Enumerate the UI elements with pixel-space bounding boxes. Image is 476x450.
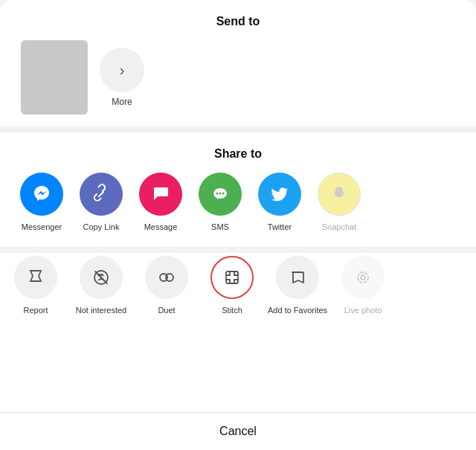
snapchat-circle (318, 173, 361, 216)
not-interested-label: Not interested (76, 305, 126, 315)
share-item-sms[interactable]: SMS (193, 173, 247, 232)
main-panel: Send to › More Share to Messenger (0, 0, 476, 412)
action-item-add-to-favorites[interactable]: Add to Favorites (268, 256, 327, 315)
send-to-section: Send to › More (0, 0, 476, 126)
stitch-icon (223, 269, 241, 286)
share-item-twitter[interactable]: Twitter (253, 173, 306, 232)
message-circle (139, 173, 182, 216)
svg-point-4 (219, 193, 222, 195)
send-to-title: Send to (15, 15, 461, 28)
more-label: More (112, 97, 132, 107)
message-icon (150, 184, 171, 205)
action-item-stitch[interactable]: Stitch (202, 256, 262, 315)
report-label: Report (23, 305, 48, 315)
add-to-favorites-label: Add to Favorites (268, 305, 327, 315)
duet-icon (158, 269, 176, 286)
sms-icon (210, 184, 231, 205)
share-item-message[interactable]: Message (134, 173, 187, 232)
svg-line-6 (95, 271, 107, 283)
action-item-duet[interactable]: Duet (137, 256, 196, 315)
duet-circle (145, 256, 188, 299)
messenger-icon (31, 184, 52, 205)
svg-point-19 (358, 272, 368, 283)
send-to-row: › More (15, 40, 461, 115)
share-icons-row: Messenger Copy Link (15, 173, 461, 235)
action-item-report[interactable]: Report (6, 256, 65, 315)
report-icon (27, 269, 45, 286)
snapchat-label: Snapchat (322, 222, 356, 232)
sms-label: SMS (211, 222, 229, 232)
sms-circle (199, 173, 242, 216)
report-circle (14, 256, 57, 299)
divider-2 (0, 247, 476, 253)
svg-point-18 (361, 275, 365, 280)
divider-1 (0, 126, 476, 132)
add-to-favorites-circle (276, 256, 319, 299)
copylink-icon (91, 184, 112, 205)
action-item-live-photo[interactable]: Live photo (333, 256, 393, 315)
stitch-circle (210, 256, 254, 299)
action-icons-row: Report Not interested (6, 256, 470, 315)
cancel-text: Cancel (219, 425, 257, 437)
not-interested-icon (92, 269, 110, 286)
twitter-circle (258, 173, 301, 216)
share-to-title: Share to (15, 147, 461, 161)
share-item-snapchat[interactable]: Snapchat (312, 173, 366, 232)
share-to-section: Share to Messenger (0, 132, 476, 247)
share-item-messenger[interactable]: Messenger (15, 173, 68, 232)
video-thumbnail (21, 40, 88, 115)
copylink-label: Copy Link (83, 222, 120, 232)
messenger-label: Messenger (22, 222, 62, 232)
svg-point-5 (222, 193, 225, 195)
share-item-copylink[interactable]: Copy Link (74, 173, 128, 232)
stitch-label: Stitch (222, 305, 242, 315)
live-photo-icon (354, 269, 372, 286)
svg-point-3 (216, 193, 219, 195)
more-button[interactable]: › More (100, 48, 144, 107)
live-photo-label: Live photo (344, 305, 382, 315)
svg-rect-9 (226, 271, 238, 283)
twitter-label: Twitter (268, 222, 292, 232)
live-photo-circle (341, 256, 385, 299)
action-item-not-interested[interactable]: Not interested (71, 256, 131, 315)
not-interested-circle (80, 256, 123, 299)
more-circle: › (100, 48, 144, 92)
message-label: Message (144, 222, 178, 232)
copylink-circle (80, 173, 123, 216)
action-row-section: Report Not interested (0, 253, 476, 330)
duet-label: Duet (158, 305, 175, 315)
snapchat-icon (329, 184, 350, 205)
cancel-bar[interactable]: Cancel (0, 412, 476, 450)
twitter-icon (269, 184, 290, 205)
add-to-favorites-icon (289, 269, 306, 286)
messenger-circle (20, 173, 63, 216)
